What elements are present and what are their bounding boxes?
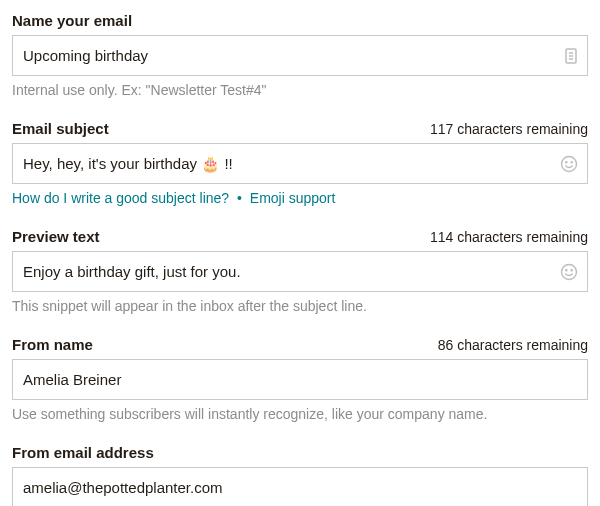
subject-input-wrapper (12, 143, 588, 184)
field-from-email: From email address (12, 444, 588, 506)
preview-helper: This snippet will appear in the inbox af… (12, 298, 588, 314)
emoji-picker-icon[interactable] (560, 155, 578, 173)
subject-label: Email subject (12, 120, 109, 137)
label-row: Email subject 117 characters remaining (12, 120, 588, 137)
from-name-helper: Use something subscribers will instantly… (12, 406, 588, 422)
preview-input[interactable] (12, 251, 588, 292)
label-row: From name 86 characters remaining (12, 336, 588, 353)
svg-point-8 (566, 269, 567, 270)
label-row: From email address (12, 444, 588, 461)
svg-point-9 (571, 269, 572, 270)
subject-remaining: 117 characters remaining (430, 121, 588, 137)
from-name-input-wrapper (12, 359, 588, 400)
field-name-email: Name your email Internal use only. Ex: "… (12, 12, 588, 98)
preview-input-wrapper (12, 251, 588, 292)
field-subject: Email subject 117 characters remaining H… (12, 120, 588, 206)
merge-tags-icon[interactable] (564, 48, 578, 64)
subject-link-row: How do I write a good subject line? • Em… (12, 190, 588, 206)
label-row: Preview text 114 characters remaining (12, 228, 588, 245)
from-name-remaining: 86 characters remaining (438, 337, 588, 353)
subject-help-link[interactable]: How do I write a good subject line? (12, 190, 229, 206)
from-email-label: From email address (12, 444, 154, 461)
name-email-input-wrapper (12, 35, 588, 76)
field-from-name: From name 86 characters remaining Use so… (12, 336, 588, 422)
name-email-helper: Internal use only. Ex: "Newsletter Test#… (12, 82, 588, 98)
label-row: Name your email (12, 12, 588, 29)
name-email-label: Name your email (12, 12, 132, 29)
from-email-input[interactable] (12, 467, 588, 506)
separator: • (237, 190, 242, 206)
svg-point-4 (562, 156, 577, 171)
from-name-input[interactable] (12, 359, 588, 400)
field-preview: Preview text 114 characters remaining Th… (12, 228, 588, 314)
preview-remaining: 114 characters remaining (430, 229, 588, 245)
svg-point-5 (566, 161, 567, 162)
from-email-input-wrapper (12, 467, 588, 506)
name-email-input[interactable] (12, 35, 588, 76)
emoji-support-link[interactable]: Emoji support (250, 190, 336, 206)
from-name-label: From name (12, 336, 93, 353)
svg-point-7 (562, 264, 577, 279)
subject-input[interactable] (12, 143, 588, 184)
emoji-picker-icon[interactable] (560, 263, 578, 281)
preview-label: Preview text (12, 228, 100, 245)
svg-point-6 (571, 161, 572, 162)
